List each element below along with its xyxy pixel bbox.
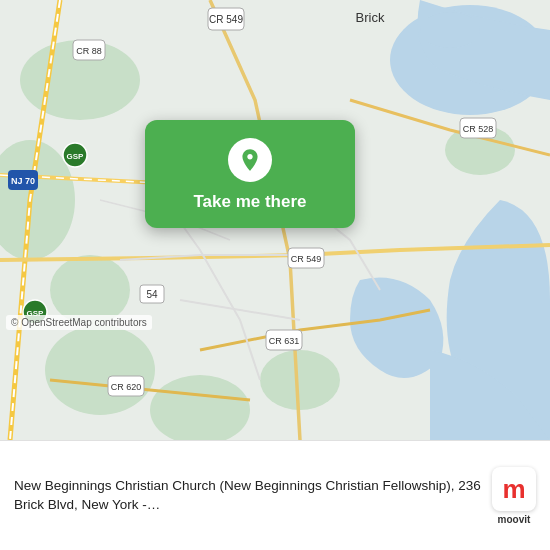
svg-text:54: 54 xyxy=(146,289,158,300)
take-me-there-popup[interactable]: Take me there xyxy=(145,120,355,228)
svg-text:Brick: Brick xyxy=(356,10,385,25)
svg-text:CR 528: CR 528 xyxy=(463,124,494,134)
svg-point-2 xyxy=(420,12,480,48)
copyright-bar: © OpenStreetMap contributors xyxy=(6,315,152,330)
location-pin-icon xyxy=(228,138,272,182)
info-title: New Beginnings Christian Church (New Beg… xyxy=(14,477,482,515)
info-text: New Beginnings Christian Church (New Beg… xyxy=(14,477,482,515)
svg-text:CR 88: CR 88 xyxy=(76,46,102,56)
svg-text:NJ 70: NJ 70 xyxy=(11,176,35,186)
svg-point-5 xyxy=(45,325,155,415)
svg-text:CR 631: CR 631 xyxy=(269,336,300,346)
moovit-label: moovit xyxy=(498,514,531,525)
take-me-there-label: Take me there xyxy=(193,192,306,212)
info-bar: New Beginnings Christian Church (New Beg… xyxy=(0,440,550,550)
map-container: CR 549 CR 88 NJ 70 GSP GSP 54 54 CR 528 … xyxy=(0,0,550,440)
svg-text:CR 549: CR 549 xyxy=(291,254,322,264)
svg-text:GSP: GSP xyxy=(67,152,85,161)
moovit-icon: m xyxy=(492,467,536,511)
copyright-text: © OpenStreetMap contributors xyxy=(11,317,147,328)
moovit-logo[interactable]: m moovit xyxy=(492,467,536,525)
svg-text:m: m xyxy=(502,474,525,504)
svg-point-7 xyxy=(260,350,340,410)
svg-text:CR 549: CR 549 xyxy=(209,14,243,25)
svg-text:CR 620: CR 620 xyxy=(111,382,142,392)
